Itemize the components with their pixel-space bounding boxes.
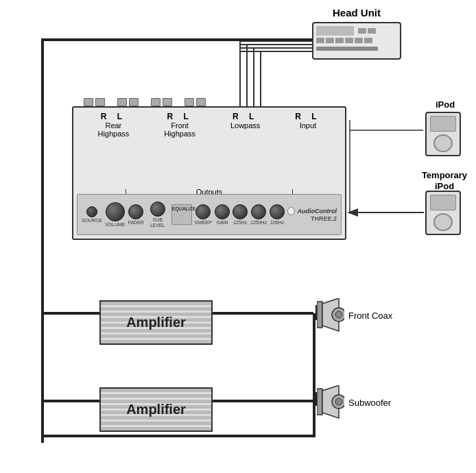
ipod-screen [430, 116, 456, 132]
port-group-low [151, 98, 172, 106]
knob-source-group: SOURCE [82, 206, 102, 223]
led-in [287, 207, 294, 215]
svg-rect-14 [41, 38, 319, 41]
knob-sweep [195, 204, 211, 219]
knob-volume-group: VOLUME [105, 202, 126, 228]
port-group-input [185, 98, 206, 106]
port-front-l [129, 98, 139, 106]
speaker-2 [317, 385, 344, 423]
channel-low: R L Lowpass [230, 112, 260, 138]
knob-125hz [233, 204, 248, 219]
front-rl: R L [167, 112, 192, 121]
head-unit-btn3 [316, 38, 324, 43]
svg-rect-3 [313, 313, 316, 344]
knob-source [86, 206, 97, 217]
port-low-r [151, 98, 160, 106]
front-name2: Highpass [164, 130, 195, 138]
ipod-temp-label1: Temporary [421, 170, 468, 180]
main-unit: R L Rear Highpass R L Front Highpass R L… [72, 106, 346, 240]
knob-volume [106, 202, 125, 221]
ipod-wheel [433, 134, 453, 152]
speaker-1 [317, 298, 344, 336]
knob-sublevel-group: SUB LEVEL [147, 202, 169, 228]
head-unit-btn4 [326, 38, 334, 43]
channel-front: R L Front Highpass [164, 112, 195, 138]
svg-rect-15 [41, 38, 44, 443]
head-unit-btn5 [335, 38, 344, 43]
brand-model: AudioControl THREE.2 [298, 208, 337, 222]
svg-point-31 [335, 311, 342, 318]
svg-rect-1 [41, 435, 316, 437]
amp2-label: Amplifier [126, 402, 186, 417]
port-low-l [163, 98, 172, 106]
amplifier-1: Amplifier [99, 300, 213, 345]
svg-rect-13 [41, 38, 75, 41]
ipod-temp-wheel [433, 213, 453, 231]
speaker2-label: Subwoofer [348, 398, 391, 408]
port-rear-r [84, 98, 93, 106]
knob-gain-group: GAIN [215, 204, 230, 226]
head-unit-label: Head Unit [316, 7, 398, 19]
svg-rect-28 [317, 302, 322, 328]
low-name1: Lowpass [230, 121, 260, 130]
port-in-r [185, 98, 194, 106]
channel-input: R L Input [295, 112, 320, 138]
ipod-temp-label2: iPod [421, 181, 468, 191]
front-name1: Front [171, 121, 189, 130]
input-name1: Input [300, 121, 316, 130]
diagram-container: Head Unit iPod Temporary iPod [0, 0, 476, 473]
amplifier-2: Amplifier [99, 387, 213, 432]
channel-rear: R L Rear Highpass [97, 112, 129, 138]
head-unit-btn2 [368, 28, 376, 34]
equalizer-block: EQUALIZE [171, 204, 192, 225]
ipod-top [425, 112, 461, 156]
svg-rect-20 [211, 400, 313, 402]
knob-100hz [270, 204, 285, 219]
ipod-temp-screen [430, 195, 456, 210]
head-unit-btn8 [364, 38, 372, 43]
knob-sweep-group: SWEEP [195, 204, 212, 226]
model-label: THREE.2 [311, 215, 337, 222]
knob-125hz-group: 125Hz [233, 204, 248, 226]
knob-100hz-group: 100Hz [270, 204, 285, 226]
svg-point-35 [335, 398, 342, 405]
rear-rl: R L [101, 112, 126, 121]
knob-sublevel [150, 202, 165, 217]
brand-label: AudioControl [298, 208, 337, 215]
input-rl: R L [295, 112, 320, 121]
head-unit-btn7 [355, 38, 363, 43]
ipod-label: iPod [425, 99, 465, 110]
rear-name1: Rear [105, 121, 121, 130]
channel-labels-row: R L Rear Highpass R L Front Highpass R L… [73, 108, 345, 138]
controls-row: SOURCE VOLUME FADER SUB LEVEL EQUALIZE S… [77, 194, 342, 235]
ipod-temp [425, 191, 461, 235]
knob-fader [128, 204, 143, 219]
knob-1250hz [251, 204, 266, 219]
port-group-front [117, 98, 139, 106]
head-unit-btn6 [345, 38, 353, 43]
amp1-label: Amplifier [126, 315, 186, 330]
rear-name2: Highpass [97, 130, 129, 138]
head-unit [312, 22, 401, 60]
knob-gain [215, 204, 230, 219]
port-in-l [196, 98, 206, 106]
knob-fader-group: FADER [128, 204, 144, 226]
head-unit-screen [316, 26, 354, 36]
port-front-r [117, 98, 127, 106]
svg-rect-18 [211, 312, 313, 315]
port-rear-l [95, 98, 105, 106]
speaker1-label: Front Coax [348, 311, 392, 321]
svg-rect-2 [313, 336, 316, 437]
svg-rect-0 [41, 40, 44, 437]
knob-1250hz-group: 1250Hz [250, 204, 267, 226]
low-rl: R L [233, 112, 258, 121]
head-unit-slot [316, 47, 378, 51]
head-unit-btn1 [358, 28, 366, 34]
port-group-rear [84, 98, 105, 106]
svg-rect-32 [317, 389, 322, 415]
